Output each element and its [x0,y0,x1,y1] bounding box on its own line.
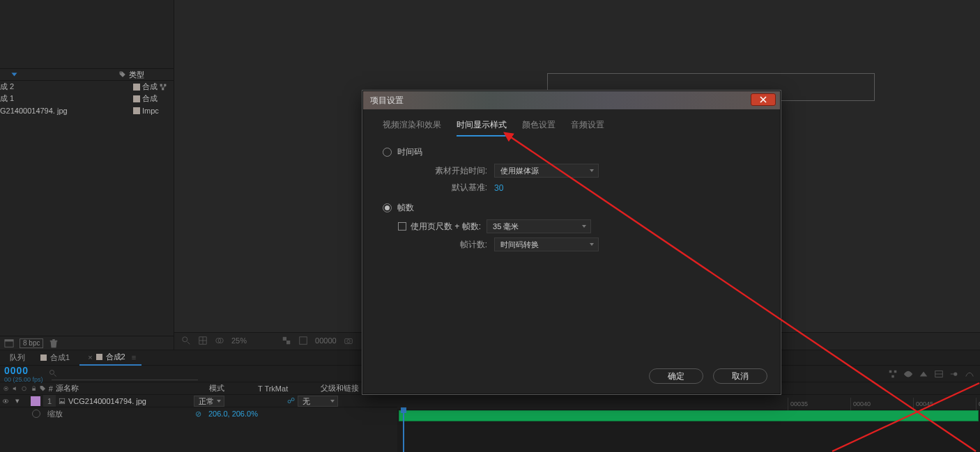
tag-icon[interactable] [119,71,126,78]
current-time-sub: 00 (25.00 fps) [4,376,43,383]
label-color-chip [40,354,47,361]
svg-point-6 [183,336,187,341]
tab-render-queue[interactable]: 队列 [4,350,31,366]
svg-rect-2 [164,84,166,86]
svg-point-21 [954,372,957,375]
tab-label: 合成2 [106,352,125,362]
frame-count-dropdown[interactable]: 时间码转换 [494,237,599,251]
cti-playhead-icon[interactable] [401,407,406,413]
asset-type: Impc [142,107,159,115]
frame-blend-icon[interactable] [934,369,944,379]
audio-col-icon[interactable] [12,385,18,392]
project-row[interactable]: 成 1 合成 [0,93,174,104]
interpret-footage-icon[interactable] [4,338,14,348]
current-time-indicator[interactable]: 0000 [4,365,43,376]
radio-timecode[interactable] [383,148,392,157]
feet-frames-dropdown[interactable]: 35 毫米 [487,219,591,233]
label-color-chip[interactable] [133,95,140,102]
project-settings-dialog: 项目设置 视频渲染和效果 时间显示样式 颜色设置 音频设置 时间码 素材开始时间… [362,91,781,394]
comp-flow-icon [160,84,167,91]
dialog-body: 时间码 素材开始时间: 使用媒体源 默认基准: 30 帧数 使用页尺数 + 帧数… [363,137,780,265]
label-color-chip [96,354,102,360]
asset-type: 合成 [142,81,158,92]
tab-comp-2[interactable]: × 合成2 ≡ [79,350,141,366]
time-ruler[interactable]: 00035 00040 00045 00050 [397,398,980,410]
twirl-down-icon[interactable] [12,73,17,77]
camera-icon[interactable] [344,336,353,345]
label-color-chip[interactable] [133,84,140,91]
footage-start-dropdown[interactable]: 使用媒体源 [494,164,599,178]
solo-col-icon[interactable] [21,385,27,392]
current-time-indicator-line[interactable] [403,410,404,452]
ok-button[interactable]: 确定 [649,368,703,384]
comp-mini-flow-icon[interactable] [888,369,898,379]
ruler-tick: 00050 [976,398,980,410]
layer-label-color[interactable] [31,396,40,406]
lock-col-icon[interactable] [31,385,37,392]
blend-mode-dropdown[interactable]: 正常 [194,396,224,407]
search-icon [49,369,57,377]
column-trkmat[interactable]: T TrkMat [258,384,321,393]
asset-type: 合成 [142,93,158,104]
magnify-icon[interactable] [181,336,191,345]
svg-rect-25 [32,388,36,390]
mask-icon[interactable] [215,336,224,345]
dialog-footer: 确定 取消 [649,368,767,384]
pickwhip-icon[interactable]: ☍ [287,396,295,405]
timeline-track-area[interactable] [397,410,980,452]
parent-dropdown[interactable]: 无 [298,396,338,407]
column-source-name[interactable]: 源名称 [53,383,209,393]
eye-icon[interactable] [2,398,9,405]
project-panel: 类型 成 2 合成 成 1 合成 G21400014794. jpg Impc … [0,0,174,350]
svg-point-13 [346,339,349,342]
tab-video-rendering[interactable]: 视频渲染和效果 [383,119,441,137]
asset-name: G21400014794. jpg [0,107,133,115]
draft3d-icon[interactable] [919,369,928,379]
property-value[interactable]: 206.0, 206.0% [208,410,258,418]
grid-icon[interactable] [198,336,208,345]
svg-rect-28 [59,398,65,404]
viewer-timecode[interactable]: 00000 [315,336,337,345]
radio-frames-label: 帧数 [397,202,414,214]
tab-color-settings[interactable]: 颜色设置 [522,119,556,137]
shy-icon[interactable] [903,369,913,379]
tab-comp-1[interactable]: 合成1 [35,350,75,366]
trash-icon[interactable] [49,338,59,348]
close-button[interactable] [751,93,776,106]
link-icon[interactable]: ⊘ [195,410,201,419]
column-type[interactable]: 类型 [129,70,169,80]
panel-menu-icon[interactable]: ≡ [132,353,136,361]
default-base-value[interactable]: 30 [494,183,503,193]
region-icon[interactable] [298,336,308,345]
tab-audio-settings[interactable]: 音频设置 [571,119,604,137]
checkbox-feet-frames[interactable] [398,222,406,231]
svg-rect-9 [283,336,286,340]
image-type-icon [59,398,66,405]
graph-editor-icon[interactable] [965,369,974,379]
bit-depth-toggle[interactable]: 8 bpc [20,338,43,348]
dialog-title-bar[interactable]: 项目设置 [363,91,780,109]
label-color-chip[interactable] [133,107,140,114]
layer-search-input[interactable] [52,368,198,380]
stopwatch-icon[interactable] [32,410,40,418]
radio-frames[interactable] [383,203,392,212]
cancel-button[interactable]: 取消 [713,368,767,384]
frame-count-label: 帧计数: [383,239,494,251]
tab-label: 合成1 [50,352,70,363]
transparency-grid-icon[interactable] [282,336,291,345]
motion-blur-icon[interactable] [949,369,959,379]
column-mode[interactable]: 模式 [209,383,258,393]
project-row[interactable]: G21400014794. jpg Impc [0,104,174,116]
project-row[interactable]: 成 2 合成 [0,81,174,93]
tab-time-display-style[interactable]: 时间显示样式 [457,119,507,137]
video-col-icon[interactable] [3,385,9,392]
svg-point-23 [5,387,6,389]
viewer-zoom[interactable]: 25% [231,336,247,345]
layer-source-name[interactable]: VCG21400014794. jpg [68,397,194,405]
dialog-title: 项目设置 [370,95,404,107]
close-tab-icon[interactable]: × [88,353,92,361]
layer-duration-bar[interactable] [399,410,979,421]
layer-search[interactable] [47,368,198,380]
property-name[interactable]: 缩放 [47,409,63,419]
label-col-icon[interactable] [40,385,46,392]
